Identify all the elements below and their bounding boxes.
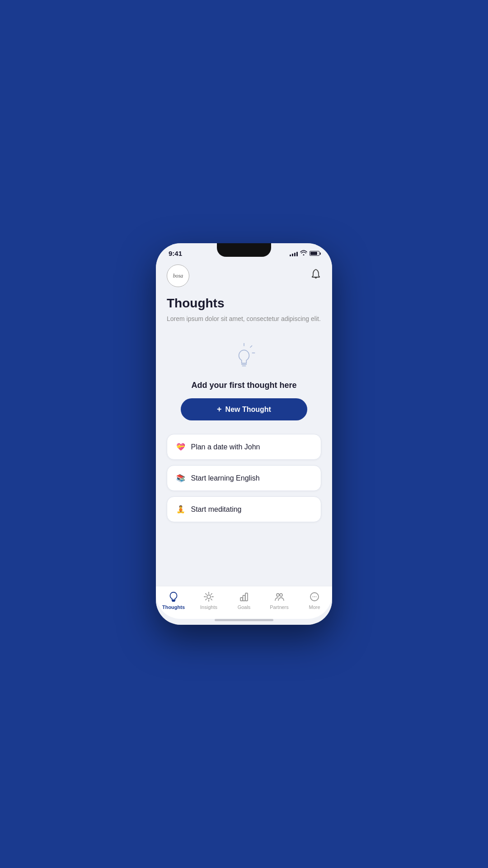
thought-text-3: Start meditating	[191, 505, 241, 513]
nav-item-partners[interactable]: Partners	[262, 591, 297, 610]
home-indicator	[215, 619, 273, 621]
wifi-icon	[300, 250, 307, 257]
svg-rect-18	[245, 593, 248, 601]
logo-text: bosa	[173, 273, 183, 279]
signal-bars-icon	[290, 251, 298, 256]
thought-emoji-3: 🧘	[176, 505, 185, 513]
new-thought-label: New Thought	[225, 406, 271, 414]
nav-item-thoughts[interactable]: Thoughts	[156, 591, 191, 610]
nav-item-goals[interactable]: Goals	[226, 591, 262, 610]
plus-icon: +	[217, 405, 222, 414]
status-time: 9:41	[169, 250, 182, 257]
main-content: bosa Thoughts Lorem ipsum dolor sit amet…	[156, 260, 332, 586]
nav-label-goals: Goals	[238, 604, 251, 610]
svg-line-1	[250, 346, 252, 348]
page-subtitle: Lorem ipsum dolor sit amet, consectetur …	[167, 314, 321, 324]
svg-point-24	[316, 596, 317, 597]
thought-text-1: Plan a date with John	[191, 443, 260, 451]
header: bosa	[167, 264, 321, 287]
page-title: Thoughts	[167, 296, 321, 311]
svg-point-23	[314, 596, 315, 597]
nav-label-more: More	[309, 604, 320, 610]
nav-item-more[interactable]: More	[297, 591, 332, 610]
thought-emoji-2: 📚	[176, 474, 185, 482]
svg-point-20	[280, 594, 282, 596]
svg-rect-16	[240, 598, 243, 601]
lightbulb-icon	[228, 342, 260, 373]
thought-emoji-1: 💝	[176, 443, 185, 451]
thoughts-nav-icon	[168, 591, 179, 603]
nav-label-partners: Partners	[270, 604, 289, 610]
bell-icon[interactable]	[310, 269, 321, 283]
thought-item[interactable]: 🧘 Start meditating	[167, 496, 321, 522]
svg-point-7	[207, 595, 211, 599]
phone-inner: 9:41	[156, 243, 332, 625]
insights-nav-icon	[203, 591, 215, 603]
empty-state-message: Add your first thought here	[192, 381, 297, 390]
thoughts-list: 💝 Plan a date with John 📚 Start learning…	[167, 434, 321, 531]
new-thought-button[interactable]: + New Thought	[181, 398, 307, 420]
svg-rect-17	[243, 595, 245, 601]
phone-frame: 9:41	[156, 243, 332, 625]
empty-state: Add your first thought here + New Though…	[167, 337, 321, 425]
goals-nav-icon	[238, 591, 250, 603]
notch	[217, 243, 271, 257]
svg-point-19	[277, 594, 279, 596]
nav-label-insights: Insights	[200, 604, 217, 610]
more-nav-icon	[309, 591, 320, 603]
nav-item-insights[interactable]: Insights	[191, 591, 226, 610]
svg-line-12	[206, 594, 206, 594]
partners-nav-icon	[273, 591, 285, 603]
svg-point-22	[313, 596, 314, 597]
thought-text-2: Start learning English	[191, 474, 259, 482]
logo[interactable]: bosa	[167, 264, 189, 287]
bottom-nav: Thoughts Insights	[156, 586, 332, 619]
thought-item[interactable]: 💝 Plan a date with John	[167, 434, 321, 460]
svg-line-14	[211, 594, 212, 594]
svg-line-15	[206, 599, 206, 600]
thought-item[interactable]: 📚 Start learning English	[167, 465, 321, 491]
status-icons	[290, 250, 319, 257]
battery-icon	[310, 251, 319, 256]
nav-label-thoughts: Thoughts	[162, 604, 185, 610]
svg-line-13	[211, 599, 212, 600]
